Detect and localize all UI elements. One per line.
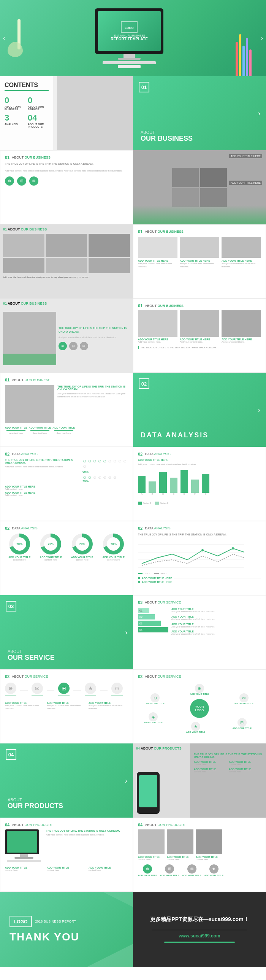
back-logo: LOGO bbox=[14, 919, 27, 924]
row-about-2: 01 ABOUT OUR BUSINESS Add your title her… bbox=[0, 224, 266, 299]
data-analysis-content-1: 02 DATA ANALYSIS THE TRUE JOY OF LIFE IS… bbox=[0, 447, 133, 521]
row-about-1: 01 ABOUT OUR BUSINESS THE TRUE JOY OF LI… bbox=[0, 150, 266, 224]
line-chart-svg bbox=[138, 539, 244, 569]
cover-year-label: 2017 ANNUAL BUSINESS bbox=[114, 34, 145, 37]
logo-text: LOGO bbox=[125, 26, 134, 30]
website-text: www.sucai999.com bbox=[179, 933, 220, 939]
row-data-2: 02 DATA ANALYSIS 70% ADD YOUR TITLE cont… bbox=[0, 521, 266, 595]
row-about-4: 01 ABOUT OUR BUSINESS THE TRUE JOY OF LI… bbox=[0, 373, 266, 447]
row-service-2: 03 ABOUT OUR SERVICE ⊕ ✉ ⊞ bbox=[0, 669, 266, 743]
nav-arrow-about[interactable]: › bbox=[258, 109, 260, 117]
back-cover: LOGO 2018 BUSINESS REPORT THANK YOU 更多精品… bbox=[0, 892, 266, 967]
nav-right[interactable]: › bbox=[261, 35, 263, 41]
data-analysis-content-2: 02 DATA ANALYSIS ADD YOUR TITLE HERE Add… bbox=[133, 447, 266, 521]
about-business-image-1: ADD YOUR TITLE HERE ADD YOUR TITLE HERE bbox=[133, 150, 266, 224]
icon-2: ⊞ bbox=[17, 177, 26, 186]
icon-3: ✉ bbox=[29, 177, 38, 186]
svg-point-5 bbox=[232, 547, 234, 549]
products-image-content: 04 ABOUT OUR PRODUCTS THE TRUE JOY OF LI… bbox=[133, 743, 266, 818]
contents-item-3: 3 ANALYSIS bbox=[5, 113, 25, 128]
page-wrapper: LOGO 2017 ANNUAL BUSINESS REPORT TEMPLAT… bbox=[0, 0, 266, 967]
row-service-header: 03 ABOUT OUR SERVICE › 03 ABOUT OUR SERV… bbox=[0, 595, 266, 669]
row-contents: CONTENTS 0 ABOUT OUR BUSINESS 0 ABOUT OU… bbox=[0, 76, 266, 150]
promo-text: 更多精品PPT资源尽在—sucai999.com！ bbox=[150, 916, 249, 923]
data-analysis-title: DATA ANALYSIS bbox=[141, 431, 258, 439]
service-header: 03 ABOUT OUR SERVICE › bbox=[0, 595, 133, 669]
cover-slide: LOGO 2017 ANNUAL BUSINESS REPORT TEMPLAT… bbox=[0, 0, 266, 76]
about-business-header: 01 ABOUT OUR BUSINESS › bbox=[133, 76, 266, 150]
service-title: ABOUT OUR SERVICE bbox=[8, 649, 125, 662]
data-analysis-line-chart: 02 DATA ANALYSIS THE TRUE JOY OF LIFE IS… bbox=[133, 521, 266, 595]
row-about-3: 01 ABOUT OUR BUSINESS THE TRUE JOY OF LI… bbox=[0, 299, 266, 373]
about-business-content-5: 01 ABOUT OUR BUSINESS ADD YOUR TITLE HER… bbox=[133, 299, 266, 373]
back-cover-left: LOGO 2018 BUSINESS REPORT THANK YOU bbox=[0, 892, 133, 967]
right-decoration bbox=[236, 23, 258, 76]
about-business-content-6: 01 ABOUT OUR BUSINESS THE TRUE JOY OF LI… bbox=[0, 373, 133, 447]
nav-left[interactable]: ‹ bbox=[3, 35, 5, 41]
service-content-1: 03 ABOUT OUR SERVICE 04 03 02 01 ADD YOU… bbox=[133, 595, 266, 669]
joy-text-1: THE TRUE JOY OF LIFE IS THE TRIP. THE ST… bbox=[5, 162, 128, 166]
products-title: ABOUT OUR PRODUCTS bbox=[8, 797, 125, 810]
svg-point-4 bbox=[201, 549, 204, 551]
products-computer: 04 ABOUT OUR PRODUCTS THE TRUE JOY OF LI… bbox=[0, 818, 133, 892]
left-decoration bbox=[8, 19, 30, 76]
service-wheel: 03 ABOUT OUR SERVICE YOURLOGO ⊕ ADD YOUR… bbox=[133, 669, 266, 743]
row-products-2: 04 ABOUT OUR PRODUCTS THE TRUE JOY OF LI… bbox=[0, 818, 266, 892]
row-products-header: 04 ABOUT OUR PRODUCTS › 04 ABOUT OUR PRO… bbox=[0, 743, 266, 818]
cover-title: REPORT TEMPLATE bbox=[111, 37, 148, 41]
back-cover-right: 更多精品PPT资源尽在—sucai999.com！ www.sucai999.c… bbox=[133, 892, 266, 967]
monitor: LOGO 2017 ANNUAL BUSINESS REPORT TEMPLAT… bbox=[95, 8, 163, 68]
icon-1: ⊕ bbox=[5, 177, 14, 186]
about-business-content-3: 01 ABOUT OUR BUSINESS ADD YOUR TITLE HER… bbox=[133, 224, 266, 299]
nav-arrow-service[interactable]: › bbox=[125, 628, 127, 636]
service-icons-timeline: 03 ABOUT OUR SERVICE ⊕ ✉ ⊞ bbox=[0, 669, 133, 743]
contents-item-2: 0 ABOUT OUR SERVICE bbox=[28, 95, 49, 111]
contents-item-4: 04 ABOUT OUR PRODUCTS bbox=[28, 113, 49, 128]
products-header: 04 ABOUT OUR PRODUCTS › bbox=[0, 743, 133, 818]
back-year-line1: 2018 BUSINESS REPORT bbox=[35, 920, 76, 923]
products-bridge: 04 ABOUT OUR PRODUCTS ADD YOUR TITLE con… bbox=[133, 818, 266, 892]
nav-arrow-data[interactable]: › bbox=[258, 406, 260, 414]
about-business-content-4: 01 ABOUT OUR BUSINESS THE TRUE JOY OF LI… bbox=[0, 299, 133, 373]
nav-arrow-products[interactable]: › bbox=[125, 776, 127, 784]
contents-heading: CONTENTS bbox=[5, 82, 49, 91]
contents-item-1: 0 ABOUT OUR BUSINESS bbox=[5, 95, 25, 111]
about-business-title: ABOUT OUR BUSINESS bbox=[141, 130, 258, 143]
data-analysis-circles: 02 DATA ANALYSIS 70% ADD YOUR TITLE cont… bbox=[0, 521, 133, 595]
data-analysis-header: 02 DATA ANALYSIS › bbox=[133, 373, 266, 447]
back-thank-you: THANK YOU bbox=[10, 931, 79, 943]
row-data-1: 02 DATA ANALYSIS THE TRUE JOY OF LIFE IS… bbox=[0, 447, 266, 521]
about-business-content-2: 01 ABOUT OUR BUSINESS Add your title her… bbox=[0, 224, 133, 299]
contents-slide: CONTENTS 0 ABOUT OUR BUSINESS 0 ABOUT OU… bbox=[0, 76, 133, 150]
about-business-content-1: 01 ABOUT OUR BUSINESS THE TRUE JOY OF LI… bbox=[0, 150, 133, 224]
